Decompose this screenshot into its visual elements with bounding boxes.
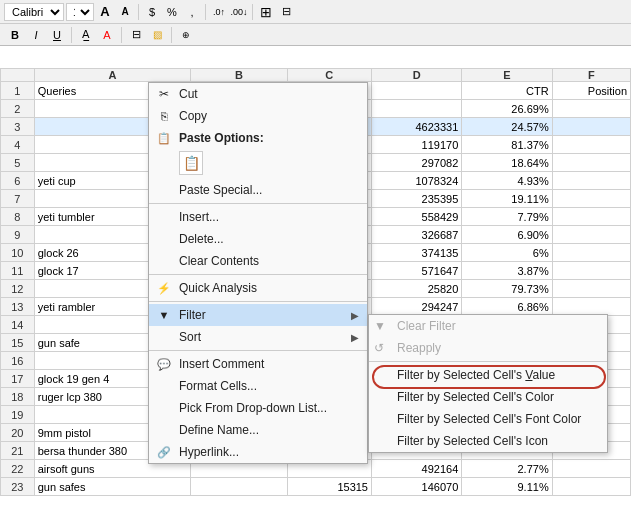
sub-filter-value[interactable]: Filter by Selected Cell's Value bbox=[369, 364, 607, 386]
cell-5-f[interactable] bbox=[552, 154, 630, 172]
border-style-button[interactable]: ⊟ bbox=[127, 26, 145, 44]
merge-button[interactable]: ⊟ bbox=[277, 3, 295, 21]
cell-9-f[interactable] bbox=[552, 226, 630, 244]
ctx-paste-special[interactable]: Paste Special... bbox=[149, 179, 367, 201]
increase-font-button[interactable]: A bbox=[96, 3, 114, 21]
ctx-hyperlink[interactable]: 🔗 Hyperlink... bbox=[149, 441, 367, 463]
comma-button[interactable]: , bbox=[183, 3, 201, 21]
cell-10-d[interactable]: 374135 bbox=[371, 244, 461, 262]
cell-22-f[interactable] bbox=[552, 460, 630, 478]
ctx-pick-dropdown[interactable]: Pick From Drop-down List... bbox=[149, 397, 367, 419]
cell-23-e[interactable]: 9.11% bbox=[462, 478, 552, 496]
col-header-d[interactable]: D bbox=[371, 69, 461, 82]
ctx-insert[interactable]: Insert... bbox=[149, 206, 367, 228]
ctx-paste-options[interactable]: 📋 Paste Options: bbox=[149, 127, 367, 149]
cell-2-d[interactable] bbox=[371, 100, 461, 118]
cell-2-f[interactable] bbox=[552, 100, 630, 118]
dollar-button[interactable]: $ bbox=[143, 3, 161, 21]
cell-10-f[interactable] bbox=[552, 244, 630, 262]
col-header-b[interactable]: B bbox=[191, 69, 287, 82]
fill-color-button[interactable]: ▧ bbox=[148, 26, 166, 44]
percent-button[interactable]: % bbox=[163, 3, 181, 21]
cell-22-d[interactable]: 492164 bbox=[371, 460, 461, 478]
cell-11-d[interactable]: 571647 bbox=[371, 262, 461, 280]
cell-4-d[interactable]: 119170 bbox=[371, 136, 461, 154]
ctx-clear[interactable]: Clear Contents bbox=[149, 250, 367, 272]
cell-12-d[interactable]: 25820 bbox=[371, 280, 461, 298]
ctx-define-name[interactable]: Define Name... bbox=[149, 419, 367, 441]
ctx-insert-comment[interactable]: 💬 Insert Comment bbox=[149, 353, 367, 375]
sub-clear-filter[interactable]: ▼ Clear Filter bbox=[369, 315, 607, 337]
borders-button[interactable]: ⊞ bbox=[257, 3, 275, 21]
italic-button[interactable]: I bbox=[27, 26, 45, 44]
cell-8-f[interactable] bbox=[552, 208, 630, 226]
sub-filter-font-color[interactable]: Filter by Selected Cell's Font Color bbox=[369, 408, 607, 430]
sub-reapply[interactable]: ↺ Reapply bbox=[369, 337, 607, 359]
cell-9-d[interactable]: 326687 bbox=[371, 226, 461, 244]
ctx-delete[interactable]: Delete... bbox=[149, 228, 367, 250]
cell-1-d[interactable] bbox=[371, 82, 461, 100]
ctx-sort[interactable]: Sort ▶ bbox=[149, 326, 367, 348]
cell-12-e[interactable]: 79.73% bbox=[462, 280, 552, 298]
sub-filter-icon[interactable]: Filter by Selected Cell's Icon bbox=[369, 430, 607, 452]
cell-7-f[interactable] bbox=[552, 190, 630, 208]
cell-5-e[interactable]: 18.64% bbox=[462, 154, 552, 172]
ctx-cut[interactable]: ✂ Cut bbox=[149, 83, 367, 105]
ctx-format-cells[interactable]: Format Cells... bbox=[149, 375, 367, 397]
row-number: 10 bbox=[1, 244, 35, 262]
decrease-font-button[interactable]: A bbox=[116, 3, 134, 21]
cell-5-d[interactable]: 297082 bbox=[371, 154, 461, 172]
cell-10-e[interactable]: 6% bbox=[462, 244, 552, 262]
cell-7-d[interactable]: 235395 bbox=[371, 190, 461, 208]
col-header-e[interactable]: E bbox=[462, 69, 552, 82]
cell-3-e[interactable]: 24.57% bbox=[462, 118, 552, 136]
underline-button[interactable]: U bbox=[48, 26, 66, 44]
cell-23-a[interactable]: gun safes bbox=[34, 478, 191, 496]
cell-13-e[interactable]: 6.86% bbox=[462, 298, 552, 316]
sep5 bbox=[121, 27, 122, 43]
cell-1-f[interactable]: Position bbox=[552, 82, 630, 100]
cell-23-d[interactable]: 146070 bbox=[371, 478, 461, 496]
cell-22-e[interactable]: 2.77% bbox=[462, 460, 552, 478]
ctx-copy[interactable]: ⎘ Copy bbox=[149, 105, 367, 127]
sub-filter-color[interactable]: Filter by Selected Cell's Color bbox=[369, 386, 607, 408]
bold-button[interactable]: B bbox=[6, 26, 24, 44]
cell-2-e[interactable]: 26.69% bbox=[462, 100, 552, 118]
accounting-format-button[interactable]: ⊕ bbox=[177, 26, 195, 44]
paste-icon-1[interactable]: 📋 bbox=[179, 151, 203, 175]
cell-7-e[interactable]: 19.11% bbox=[462, 190, 552, 208]
cell-13-d[interactable]: 294247 bbox=[371, 298, 461, 316]
cell-3-d[interactable]: 4623331 bbox=[371, 118, 461, 136]
highlight-color-button[interactable]: A̲ bbox=[77, 26, 95, 44]
col-header-f[interactable]: F bbox=[552, 69, 630, 82]
col-header-c[interactable]: C bbox=[287, 69, 371, 82]
cell-8-e[interactable]: 7.79% bbox=[462, 208, 552, 226]
cell-6-e[interactable]: 4.93% bbox=[462, 172, 552, 190]
cell-11-f[interactable] bbox=[552, 262, 630, 280]
font-color-button[interactable]: A bbox=[98, 26, 116, 44]
font-selector[interactable]: Calibri bbox=[4, 3, 64, 21]
decrease-decimal-button[interactable]: .00↓ bbox=[230, 3, 248, 21]
cell-11-e[interactable]: 3.87% bbox=[462, 262, 552, 280]
cell-23-c[interactable]: 15315 bbox=[287, 478, 371, 496]
clear-filter-icon: ▼ bbox=[374, 319, 386, 333]
cell-3-f[interactable] bbox=[552, 118, 630, 136]
ctx-filter[interactable]: ▼ Filter ▶ bbox=[149, 304, 367, 326]
cell-23-f[interactable] bbox=[552, 478, 630, 496]
cell-6-d[interactable]: 1078324 bbox=[371, 172, 461, 190]
cell-23-b[interactable] bbox=[191, 478, 287, 496]
increase-decimal-button[interactable]: .0↑ bbox=[210, 3, 228, 21]
ctx-quick-analysis[interactable]: ⚡ Quick Analysis bbox=[149, 277, 367, 299]
cell-4-e[interactable]: 81.37% bbox=[462, 136, 552, 154]
ctx-insert-comment-label: Insert Comment bbox=[179, 357, 264, 371]
cell-13-f[interactable] bbox=[552, 298, 630, 316]
cell-1-e[interactable]: CTR bbox=[462, 82, 552, 100]
ctx-filter-label: Filter bbox=[179, 308, 206, 322]
cell-4-f[interactable] bbox=[552, 136, 630, 154]
cell-8-d[interactable]: 558429 bbox=[371, 208, 461, 226]
col-header-a[interactable]: A bbox=[34, 69, 191, 82]
cell-9-e[interactable]: 6.90% bbox=[462, 226, 552, 244]
cell-6-f[interactable] bbox=[552, 172, 630, 190]
cell-12-f[interactable] bbox=[552, 280, 630, 298]
font-size-selector[interactable]: 11 bbox=[66, 3, 94, 21]
